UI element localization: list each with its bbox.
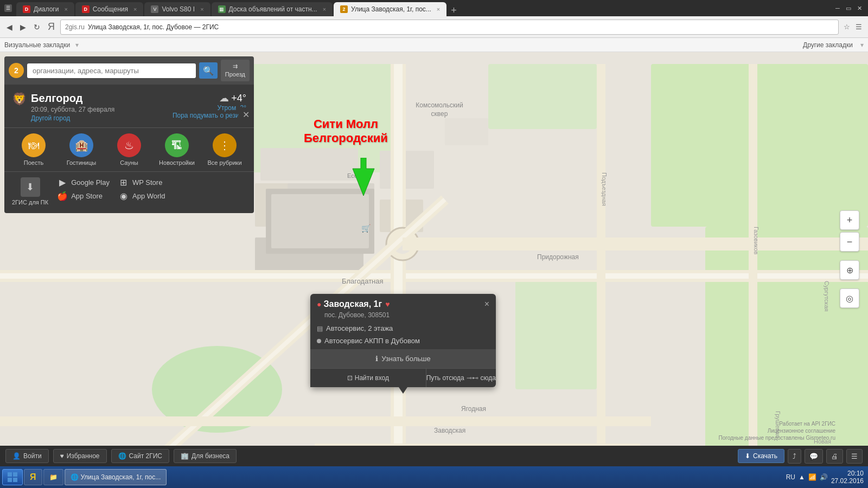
bookmarks-bar: Визуальные закладки ▾ Другие закладки ▾ <box>0 38 868 52</box>
tab-label-dialogi: Диалоги <box>34 5 59 13</box>
wpstore-icon: ⊞ <box>118 177 129 188</box>
dl-appworld[interactable]: ◉ App World <box>118 191 165 201</box>
cat-allrubrics-icon: ⋮ <box>213 133 237 157</box>
popup-address: пос. Дубовое, 308501 <box>310 311 496 322</box>
taskbar-explorer[interactable]: 📁 <box>43 469 63 485</box>
popup-header: ● Заводская, 1г ♥ × <box>310 294 496 311</box>
reload-button[interactable]: ↻ <box>31 21 42 34</box>
new-tab-button[interactable]: + <box>448 5 460 16</box>
login-label: Войти <box>23 452 42 460</box>
comment-button[interactable]: 💬 <box>805 449 823 464</box>
cat-saunas[interactable]: ♨ Сауны <box>107 133 151 166</box>
taskbar-date-value: 27.02.2016 <box>831 477 864 485</box>
bookmarks-label[interactable]: Визуальные закладки <box>4 41 70 49</box>
url-path: Улица Заводская, 1г, пос. Дубовое — 2ГИС <box>88 23 834 31</box>
taskbar-browser[interactable]: 🌐 Улица Заводская, 1г, пос... <box>65 469 167 485</box>
zoom-out-button[interactable]: − <box>840 232 859 252</box>
forward-button[interactable]: ▶ <box>18 21 28 34</box>
svg-rect-8 <box>260 148 358 181</box>
dl-appstore[interactable]: 🍎 App Store <box>57 191 110 201</box>
compass-button[interactable]: ⊕ <box>840 260 859 280</box>
map-controls: + − ⊕ ◎ <box>840 210 859 308</box>
close-button[interactable]: ✕ <box>855 4 864 12</box>
svg-text:сквер: сквер <box>431 110 448 118</box>
city-name: Белгород <box>31 92 114 105</box>
restore-button[interactable]: ▭ <box>844 4 853 12</box>
location-button[interactable]: ◎ <box>840 288 859 308</box>
taskbar-yandex[interactable]: Я <box>24 469 42 485</box>
city-change-link[interactable]: Другой город <box>31 114 114 122</box>
popup-service-row: Автосервис АКПП в Дубовом <box>310 335 496 349</box>
dl-googleplay[interactable]: ▶ Google Play <box>57 177 110 188</box>
tab-volvo[interactable]: V Volvo S80 I × <box>144 2 210 16</box>
tab-close-messages[interactable]: × <box>133 6 137 12</box>
panel-close-button[interactable]: ✕ <box>238 107 254 122</box>
route-button[interactable]: ⇉ Проезд <box>221 60 250 81</box>
popup-close-button[interactable]: × <box>484 299 489 309</box>
tab-close-2gis[interactable]: × <box>437 6 440 12</box>
tab-icon-2gis: 2 <box>340 5 348 13</box>
search-button[interactable]: 🔍 <box>199 62 218 79</box>
find-entrance-button[interactable]: ⊡ Найти вход <box>310 369 426 387</box>
tab-icon-classifieds: ▦ <box>218 5 226 13</box>
favorites-button[interactable]: ♥ Избранное <box>53 449 107 463</box>
menu-button[interactable]: ☰ <box>846 449 863 464</box>
tab-2gis[interactable]: 2 Улица Заводская, 1г, пос... × <box>334 2 446 16</box>
url-site: 2gis.ru <box>65 23 85 31</box>
share-button[interactable]: ⤴ <box>788 449 801 464</box>
dl-wpstore[interactable]: ⊞ WP Store <box>118 177 165 188</box>
download-button[interactable]: ⬇ Скачать <box>738 449 784 463</box>
taskbar-time-value: 20:10 <box>831 470 864 477</box>
search-input[interactable] <box>27 63 196 78</box>
tab-messages[interactable]: D Сообщения × <box>75 2 144 16</box>
business-icon: 🏢 <box>181 452 189 460</box>
site-label: Сайт 2ГИС <box>129 452 162 460</box>
copyright-line1: Работает на API 2ГИС <box>718 420 835 427</box>
popup-favorite-icon[interactable]: ♥ <box>385 300 390 309</box>
svg-rect-43 <box>8 472 12 477</box>
popup-more-button[interactable]: ℹ Узнать больше <box>310 349 496 368</box>
city-moll-label: Сити Молл Белгородский <box>304 117 388 145</box>
cat-allrubrics[interactable]: ⋮ Все рубрики <box>203 133 246 166</box>
volume-icon: 🔊 <box>820 473 828 481</box>
city-moll-line1: Сити Молл <box>304 117 388 131</box>
back-button[interactable]: ◀ <box>4 21 15 34</box>
cat-eat[interactable]: 🍽 Поесть <box>12 133 55 166</box>
tab-classifieds[interactable]: ▦ Доска объявлений от частн... × <box>212 2 333 16</box>
svg-rect-2 <box>488 64 597 129</box>
dl-desktop[interactable]: ⬇ 2ГИС для ПК <box>12 177 48 206</box>
address-bar[interactable]: 2gis.ru Улица Заводская, 1г, пос. Дубово… <box>60 20 839 35</box>
svg-text:Ягодная: Ягодная <box>461 405 486 413</box>
windows-logo-icon <box>7 472 18 483</box>
nav-star-button[interactable]: ☆ <box>842 21 852 33</box>
tab-dialogi[interactable]: D Диалоги × <box>16 2 74 16</box>
bookmarks-more[interactable]: Другие закладки <box>803 41 853 49</box>
bottom-right: ⬇ Скачать ⤴ 💬 🖨 ☰ <box>738 449 863 464</box>
site-button[interactable]: 🌐 Сайт 2ГИС <box>111 449 169 463</box>
cat-saunas-icon: ♨ <box>117 133 141 157</box>
cat-hotels[interactable]: 🏨 Гостиницы <box>60 133 103 166</box>
print-button[interactable]: 🖨 <box>826 449 843 464</box>
cat-newbuilds[interactable]: 🏗 Новостройки <box>155 133 199 166</box>
nav-menu-button[interactable]: ☰ <box>854 21 864 33</box>
weather-tip[interactable]: Пора подумать о резине <box>173 112 246 119</box>
tab-close-volvo[interactable]: × <box>200 6 203 12</box>
zoom-in-button[interactable]: + <box>840 210 859 230</box>
business-button[interactable]: 🏢 Для бизнеса <box>174 449 237 463</box>
popup-location-dot: ● <box>317 300 321 309</box>
nav-icons: ☆ ☰ <box>842 21 864 33</box>
minimize-button[interactable]: ─ <box>833 4 842 12</box>
taskbar-browser-label: Улица Заводская, 1г, пос... <box>81 473 161 481</box>
weather-info: ☁ +4° Утром -2° Пора подумать о резине <box>173 92 246 119</box>
map-container[interactable]: Благодатная Придорожная Заводская Ягодна… <box>0 52 868 466</box>
tab-close-classifieds[interactable]: × <box>323 6 326 12</box>
route-label: Проезд <box>225 71 245 78</box>
popup-tail <box>399 387 407 394</box>
globe-icon: 🌐 <box>118 452 126 460</box>
tab-close-dialogi[interactable]: × <box>64 6 67 12</box>
login-button[interactable]: 👤 Войти <box>5 449 49 463</box>
cloud-icon: ☁ <box>219 92 229 104</box>
start-button[interactable] <box>2 469 23 485</box>
gis-logo: 2 <box>9 63 24 78</box>
svg-text:Придорожная: Придорожная <box>537 253 579 261</box>
